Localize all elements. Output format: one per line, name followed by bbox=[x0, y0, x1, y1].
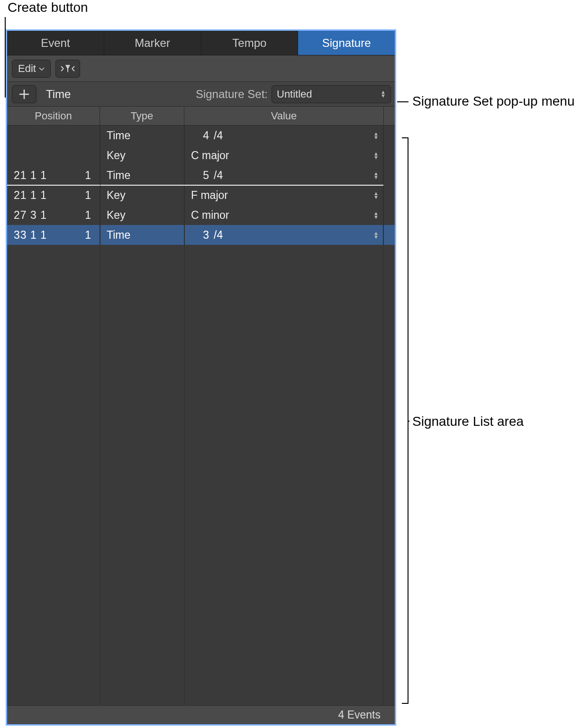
column-header-type[interactable]: Type bbox=[100, 107, 184, 125]
time-numerator[interactable]: 5 bbox=[191, 169, 209, 182]
cell-position[interactable] bbox=[7, 145, 100, 165]
chevron-down-icon bbox=[39, 65, 45, 72]
position-text: 21 1 1 bbox=[14, 169, 47, 182]
updown-stepper-icon: ▲▼ bbox=[381, 90, 386, 98]
table-row[interactable]: KeyC major▲▼ bbox=[7, 145, 395, 165]
row-gutter bbox=[383, 185, 395, 205]
callout-tick bbox=[409, 421, 409, 422]
cell-value[interactable]: 3/4▲▼ bbox=[184, 225, 383, 245]
table-row[interactable]: 21 1 11KeyF major▲▼ bbox=[7, 185, 395, 205]
table-row[interactable]: Time4/4▲▼ bbox=[7, 126, 395, 145]
cell-value[interactable]: C major▲▼ bbox=[184, 145, 383, 165]
table-row[interactable]: 27 3 11KeyC minor▲▼ bbox=[7, 205, 395, 225]
callout-bracket bbox=[402, 137, 409, 704]
updown-stepper-icon[interactable]: ▲▼ bbox=[373, 232, 379, 239]
position-text: 27 3 1 bbox=[14, 209, 47, 222]
cell-position[interactable]: 27 3 11 bbox=[7, 205, 100, 225]
toolbar: Edit bbox=[7, 55, 395, 82]
callout-line bbox=[397, 101, 409, 102]
create-button[interactable] bbox=[12, 85, 36, 103]
key-value[interactable]: C major bbox=[191, 149, 229, 162]
cell-position[interactable]: 21 1 11 bbox=[7, 185, 100, 205]
cell-value[interactable]: C minor▲▼ bbox=[184, 205, 383, 225]
position-text: 21 1 1 bbox=[14, 189, 47, 202]
callout-sigset-popup: Signature Set pop-up menu bbox=[412, 94, 574, 109]
tab-marker[interactable]: Marker bbox=[104, 31, 201, 55]
time-numerator[interactable]: 4 bbox=[191, 129, 209, 142]
table-row[interactable]: 21 1 11Time5/4▲▼ bbox=[7, 165, 395, 185]
cell-position[interactable]: 33 1 11 bbox=[7, 225, 100, 245]
key-value[interactable]: F major bbox=[191, 189, 228, 202]
time-numerator[interactable]: 3 bbox=[191, 229, 209, 242]
status-bar: 4 Events bbox=[7, 705, 395, 724]
position-sub: 1 bbox=[85, 189, 91, 202]
cell-type[interactable]: Time bbox=[100, 165, 184, 185]
position-sub: 1 bbox=[85, 229, 91, 242]
position-sub: 1 bbox=[85, 209, 91, 222]
position-text: 33 1 1 bbox=[14, 229, 47, 242]
row-gutter bbox=[383, 126, 395, 145]
scrollbar-gutter bbox=[383, 107, 395, 125]
signature-set-popup[interactable]: Untitled ▲▼ bbox=[272, 85, 391, 103]
cell-type[interactable]: Key bbox=[100, 185, 184, 205]
column-header-row: Position Type Value bbox=[7, 107, 395, 126]
time-denominator[interactable]: /4 bbox=[214, 129, 223, 142]
signature-set-value: Untitled bbox=[277, 88, 312, 100]
position-sub: 1 bbox=[85, 169, 91, 182]
filter-icon bbox=[60, 63, 76, 74]
cell-type[interactable]: Time bbox=[100, 225, 184, 245]
cell-value[interactable]: 5/4▲▼ bbox=[184, 165, 383, 185]
updown-stepper-icon[interactable]: ▲▼ bbox=[373, 132, 379, 139]
table-row[interactable]: 33 1 11Time3/4▲▼ bbox=[7, 225, 395, 245]
row-gutter bbox=[383, 205, 395, 225]
cell-value[interactable]: F major▲▼ bbox=[184, 185, 383, 205]
row-gutter bbox=[383, 225, 395, 245]
updown-stepper-icon[interactable]: ▲▼ bbox=[373, 152, 379, 159]
key-value[interactable]: C minor bbox=[191, 209, 229, 222]
create-row: Time Signature Set: Untitled ▲▼ bbox=[7, 82, 395, 107]
tab-tempo[interactable]: Tempo bbox=[201, 31, 299, 55]
callout-create-button: Create button bbox=[8, 0, 88, 15]
cell-position[interactable]: 21 1 11 bbox=[7, 165, 100, 185]
edit-menu-button[interactable]: Edit bbox=[12, 60, 51, 78]
updown-stepper-icon[interactable]: ▲▼ bbox=[373, 172, 379, 179]
edit-menu-label: Edit bbox=[18, 63, 36, 75]
create-type-label: Time bbox=[46, 88, 71, 101]
cell-type[interactable]: Key bbox=[100, 205, 184, 225]
tab-row: Event Marker Tempo Signature bbox=[7, 31, 395, 55]
row-gutter bbox=[383, 165, 395, 185]
tab-signature[interactable]: Signature bbox=[298, 31, 395, 55]
cell-value[interactable]: 4/4▲▼ bbox=[184, 126, 383, 145]
catch-filter-button[interactable] bbox=[55, 60, 80, 78]
signature-list-panel: Event Marker Tempo Signature Edit bbox=[6, 29, 396, 726]
column-header-position[interactable]: Position bbox=[7, 107, 100, 125]
plus-icon bbox=[19, 89, 29, 99]
tab-event[interactable]: Event bbox=[7, 31, 104, 55]
callout-list-area: Signature List area bbox=[412, 414, 524, 429]
row-gutter bbox=[383, 145, 395, 165]
updown-stepper-icon[interactable]: ▲▼ bbox=[373, 212, 379, 219]
time-denominator[interactable]: /4 bbox=[214, 229, 223, 242]
cell-position[interactable] bbox=[7, 126, 100, 145]
cell-type[interactable]: Key bbox=[100, 145, 184, 165]
cell-type[interactable]: Time bbox=[100, 126, 184, 145]
time-denominator[interactable]: /4 bbox=[214, 169, 223, 182]
updown-stepper-icon[interactable]: ▲▼ bbox=[373, 192, 379, 199]
column-header-value[interactable]: Value bbox=[184, 107, 383, 125]
signature-list-area[interactable]: Time4/4▲▼KeyC major▲▼21 1 11Time5/4▲▼21 … bbox=[7, 126, 395, 705]
signature-set-label: Signature Set: bbox=[196, 88, 268, 101]
status-text: 4 Events bbox=[338, 709, 381, 721]
